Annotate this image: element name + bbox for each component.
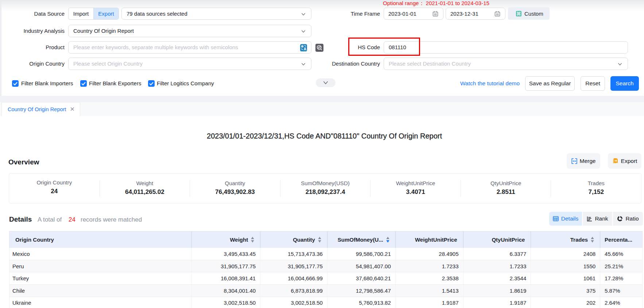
svg-text:A: A <box>304 47 306 51</box>
